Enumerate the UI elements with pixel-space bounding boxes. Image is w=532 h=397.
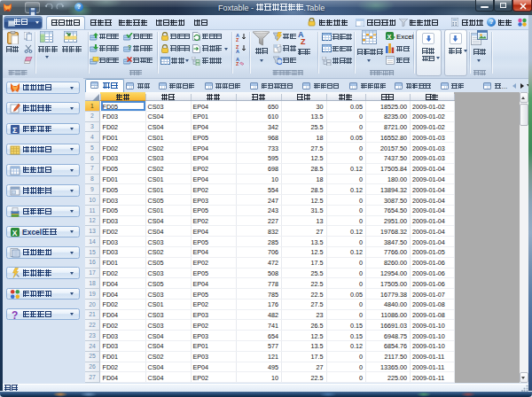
svg-text:?: ? <box>12 309 18 320</box>
svg-text:X: X <box>387 33 392 41</box>
svg-text:Σ: Σ <box>12 125 18 134</box>
svg-text:Z: Z <box>301 37 306 45</box>
svg-text:?: ? <box>128 44 131 51</box>
svg-text:A: A <box>236 49 239 54</box>
svg-text:X: X <box>12 228 17 237</box>
